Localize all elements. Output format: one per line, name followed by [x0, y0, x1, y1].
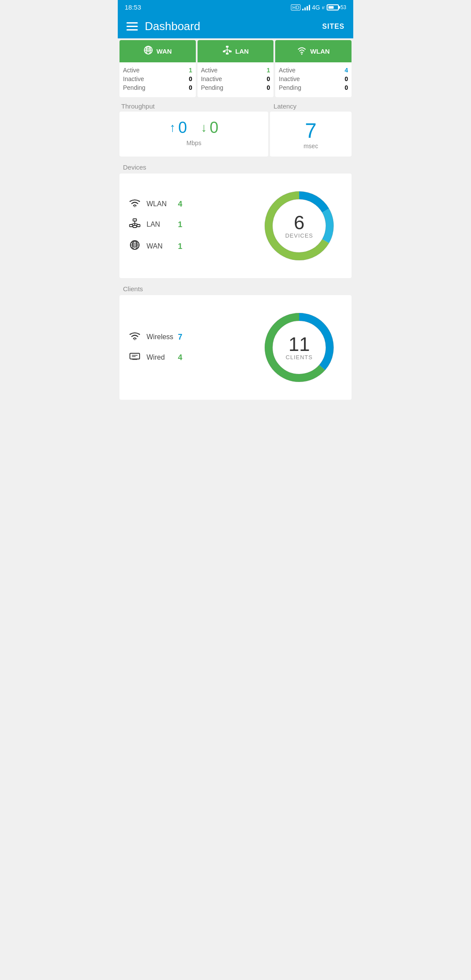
wlan-inactive-label: Inactive — [279, 75, 300, 82]
throughput-unit: Mbps — [187, 140, 201, 146]
wan-inactive-value: 0 — [189, 75, 192, 82]
wlan-label: WLAN — [310, 48, 330, 55]
wlan-pending-row: Pending 0 — [279, 84, 348, 91]
svg-rect-32 — [132, 359, 137, 360]
devices-total: 6 — [285, 213, 313, 232]
wlan-body: Active 4 Inactive 0 Pending 0 — [275, 62, 352, 97]
wlan-active-row: Active 4 — [279, 67, 348, 74]
throughput-values: ↑ 0 ↓ 0 — [170, 119, 218, 137]
svg-rect-3 — [226, 46, 229, 48]
network-type: 4G — [312, 4, 320, 11]
latency-value: 7 — [305, 119, 317, 143]
wan-inactive-row: Inactive 0 — [123, 75, 192, 82]
devices-lan-icon — [128, 218, 141, 231]
lan-pending-label: Pending — [201, 84, 223, 91]
svg-rect-6 — [229, 51, 232, 52]
devices-wan-value: 1 — [178, 242, 182, 251]
devices-legend: WLAN 4 LAN 1 — [128, 198, 182, 253]
svg-rect-16 — [137, 225, 140, 227]
throughput-down-value: 0 — [210, 119, 218, 137]
throughput-down-item: ↓ 0 — [201, 119, 218, 137]
svg-point-30 — [134, 339, 136, 340]
wlan-inactive-row: Inactive 0 — [279, 75, 348, 82]
clients-wired-icon — [128, 351, 141, 364]
devices-donut-center: 6 DEVICES — [285, 213, 313, 239]
wan-pending-value: 0 — [189, 84, 192, 91]
svg-rect-4 — [223, 51, 225, 52]
clients-wireless-label: Wireless — [147, 333, 173, 341]
clients-wireless-item: Wireless 7 — [128, 331, 182, 343]
wan-pending-label: Pending — [123, 84, 145, 91]
metrics-row: ↑ 0 ↓ 0 Mbps 7 msec — [118, 112, 353, 158]
main-content: WAN Active 1 Inactive 0 Pending 0 — [118, 38, 353, 400]
devices-lan-label: LAN — [147, 221, 173, 228]
svg-rect-13 — [133, 219, 137, 221]
lan-active-row: Active 1 — [201, 67, 270, 74]
wan-header: WAN — [119, 40, 196, 62]
devices-wan-item: WAN 1 — [128, 239, 182, 253]
wan-icon — [143, 45, 153, 57]
wan-card[interactable]: WAN Active 1 Inactive 0 Pending 0 — [119, 40, 196, 97]
clients-section-label: Clients — [118, 280, 353, 295]
throughput-up-value: 0 — [178, 119, 187, 137]
wan-inactive-label: Inactive — [123, 75, 144, 82]
wlan-icon — [297, 45, 307, 57]
devices-donut-label: DEVICES — [285, 232, 313, 239]
throughput-up-item: ↑ 0 — [170, 119, 187, 137]
svg-rect-31 — [130, 354, 140, 359]
devices-wan-label: WAN — [147, 242, 173, 250]
clients-donut-chart: 11 CLIENTS — [256, 304, 343, 391]
svg-line-20 — [135, 223, 139, 225]
lan-header: LAN — [198, 40, 274, 62]
lan-pending-value: 0 — [267, 84, 270, 91]
battery-percent: 53 — [341, 4, 346, 10]
latency-label: Latency — [273, 102, 350, 110]
devices-lan-item: LAN 1 — [128, 218, 182, 231]
lan-body: Active 1 Inactive 0 Pending 0 — [198, 62, 274, 97]
lan-card[interactable]: LAN Active 1 Inactive 0 Pending 0 — [198, 40, 274, 97]
clients-card: Wireless 7 Wired 4 — [119, 295, 352, 400]
wlan-inactive-value: 0 — [345, 75, 348, 82]
svg-rect-15 — [133, 225, 137, 228]
lan-inactive-label: Inactive — [201, 75, 222, 82]
clients-wired-label: Wired — [147, 354, 173, 361]
signal-icon — [302, 4, 310, 10]
svg-line-18 — [131, 223, 135, 225]
latency-unit: msec — [304, 143, 318, 150]
clients-wired-value: 4 — [178, 353, 182, 362]
top-nav: Dashboard SITES — [118, 14, 353, 38]
wan-active-value: 1 — [189, 67, 192, 74]
sites-button[interactable]: SITES — [322, 23, 345, 31]
wlan-header: WLAN — [275, 40, 352, 62]
wan-active-row: Active 1 — [123, 67, 192, 74]
svg-point-12 — [134, 206, 136, 207]
wan-label: WAN — [157, 48, 172, 55]
throughput-card: ↑ 0 ↓ 0 Mbps — [119, 112, 268, 157]
devices-wlan-value: 4 — [178, 200, 182, 209]
menu-button[interactable] — [126, 22, 138, 31]
devices-wlan-item: WLAN 4 — [128, 198, 182, 210]
wan-pending-row: Pending 0 — [123, 84, 192, 91]
svg-rect-14 — [130, 225, 133, 227]
clients-total: 11 — [286, 335, 313, 354]
devices-wlan-label: WLAN — [147, 200, 173, 208]
svg-point-11 — [301, 54, 303, 55]
status-right: HD 4G ır 53 — [291, 4, 346, 11]
wlan-pending-label: Pending — [279, 84, 301, 91]
devices-card: WLAN 4 LAN 1 — [119, 174, 352, 278]
wan-active-label: Active — [123, 67, 140, 74]
throughput-label: Throughput — [121, 102, 273, 110]
devices-donut-chart: 6 DEVICES — [256, 182, 343, 269]
clients-wireless-icon — [128, 331, 141, 343]
status-bar: 18:53 HD 4G ır 53 — [118, 0, 353, 14]
svg-line-8 — [224, 50, 227, 51]
wlan-pending-value: 0 — [345, 84, 348, 91]
devices-lan-value: 1 — [178, 220, 182, 229]
svg-rect-5 — [226, 53, 229, 54]
clients-donut-label: CLIENTS — [286, 354, 313, 361]
metrics-labels: Throughput Latency — [118, 99, 353, 112]
download-arrow-icon: ↓ — [201, 121, 207, 135]
devices-wan-icon — [128, 239, 141, 253]
wlan-card[interactable]: WLAN Active 4 Inactive 0 Pending 0 — [275, 40, 352, 97]
signal-extra: ır — [322, 5, 325, 10]
